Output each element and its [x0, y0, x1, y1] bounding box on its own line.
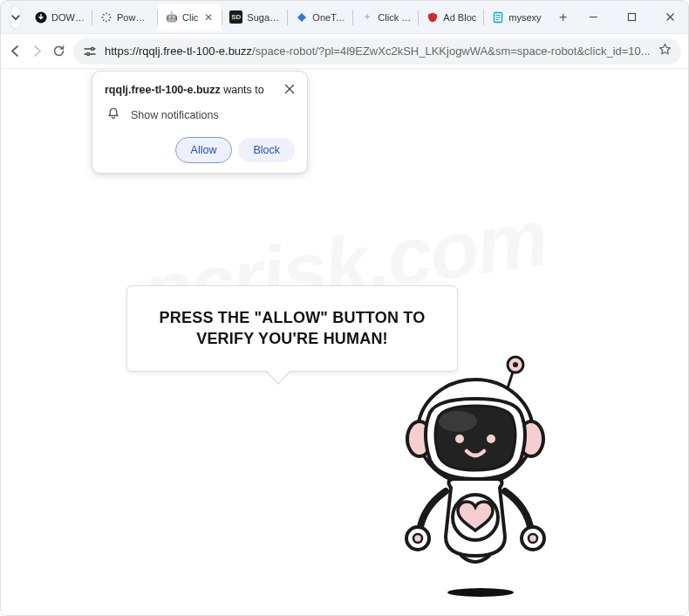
minimize-icon [589, 12, 598, 22]
close-window-button[interactable] [651, 1, 689, 33]
tab-title: Power B [117, 12, 150, 23]
tab-downl[interactable]: DOWNL [27, 3, 92, 31]
tab-sugar[interactable]: SD Sugar D [222, 3, 287, 31]
star-icon [658, 42, 672, 57]
popup-message: Show notifications [131, 109, 219, 121]
browser-window: DOWNL Power B 🤖 Clic ✕ SD Sugar D [0, 0, 689, 616]
tabs-container: DOWNL Power B 🤖 Clic ✕ SD Sugar D [27, 1, 575, 33]
svg-point-13 [86, 52, 89, 55]
tab-title: mysexy [508, 12, 541, 23]
url-field[interactable]: https://rqqlj.free-tl-100-e.buzz/space-r… [73, 38, 681, 65]
loading-icon [99, 10, 113, 24]
svg-line-6 [108, 19, 109, 20]
adblock-icon [426, 10, 439, 24]
bell-icon [106, 106, 120, 124]
svg-point-19 [447, 588, 514, 597]
svg-point-22 [513, 362, 518, 367]
allow-button[interactable]: Allow [176, 138, 232, 162]
tab-click-allow[interactable]: Click "A [353, 3, 418, 31]
forward-icon [30, 44, 44, 58]
svg-point-31 [413, 534, 422, 543]
tab-title: Click "A [378, 12, 411, 23]
maximize-icon [627, 12, 637, 22]
verify-human-bubble: PRESS THE "ALLOW" BUTTON TO VERIFY YOU'R… [126, 285, 458, 372]
page-content: pcrisk.com rqqlj.free-tl-100-e.buzz want… [1, 69, 688, 615]
popup-title: rqqlj.free-tl-100-e.buzz wants to [105, 84, 264, 96]
popup-close-button[interactable] [284, 84, 295, 96]
page-icon [491, 10, 504, 24]
close-icon [284, 84, 295, 94]
sparkle-icon [360, 10, 373, 24]
back-button[interactable] [8, 39, 23, 64]
tab-title: Clic [182, 12, 198, 23]
svg-point-27 [455, 435, 464, 443]
notification-permission-popup: rqqlj.free-tl-100-e.buzz wants to Show n… [92, 71, 308, 174]
robot-favicon: 🤖 [165, 10, 178, 24]
tab-click-active[interactable]: 🤖 Clic ✕ [158, 3, 222, 31]
sd-icon: SD [229, 10, 242, 24]
robot-illustration [374, 352, 575, 605]
tab-title: DOWNL [51, 12, 85, 23]
tab-strip: DOWNL Power B 🤖 Clic ✕ SD Sugar D [1, 1, 688, 34]
reload-icon [51, 44, 66, 58]
minimize-button[interactable] [575, 1, 613, 33]
address-bar: https://rqqlj.free-tl-100-e.buzz/space-r… [1, 34, 688, 69]
tab-title: Ad Bloc [443, 12, 476, 23]
bookmark-button[interactable] [658, 42, 672, 60]
svg-line-5 [103, 14, 104, 15]
maximize-button[interactable] [613, 1, 651, 33]
site-info-button[interactable] [82, 44, 98, 59]
close-tab-button[interactable]: ✕ [202, 11, 215, 24]
reload-button[interactable] [51, 39, 66, 64]
svg-point-12 [91, 47, 93, 50]
back-icon [8, 44, 23, 58]
forward-button[interactable] [30, 39, 44, 64]
svg-line-7 [103, 19, 104, 20]
bubble-text: PRESS THE "ALLOW" BUTTON TO VERIFY YOU'R… [147, 307, 438, 350]
tab-onetab[interactable]: OneTab [288, 3, 352, 31]
download-icon [34, 10, 47, 24]
svg-line-8 [108, 14, 109, 15]
tab-title: Sugar D [247, 12, 280, 23]
svg-point-26 [439, 411, 477, 432]
search-tabs-button[interactable] [10, 5, 22, 30]
svg-point-33 [529, 534, 537, 543]
url-text: https://rqqlj.free-tl-100-e.buzz/space-r… [105, 44, 651, 58]
tab-mysexy[interactable]: mysexy [484, 3, 548, 31]
onetab-icon [295, 10, 308, 24]
svg-point-28 [487, 435, 495, 443]
window-controls [575, 1, 689, 33]
close-icon [665, 12, 675, 22]
tune-icon [83, 44, 97, 58]
block-button[interactable]: Block [238, 138, 295, 162]
tab-power[interactable]: Power B [92, 3, 157, 31]
svg-rect-11 [629, 14, 636, 21]
tab-adblock[interactable]: Ad Bloc [419, 3, 483, 31]
new-tab-button[interactable]: + [552, 6, 575, 29]
tab-title: OneTab [312, 12, 345, 23]
chevron-down-icon [10, 12, 21, 23]
